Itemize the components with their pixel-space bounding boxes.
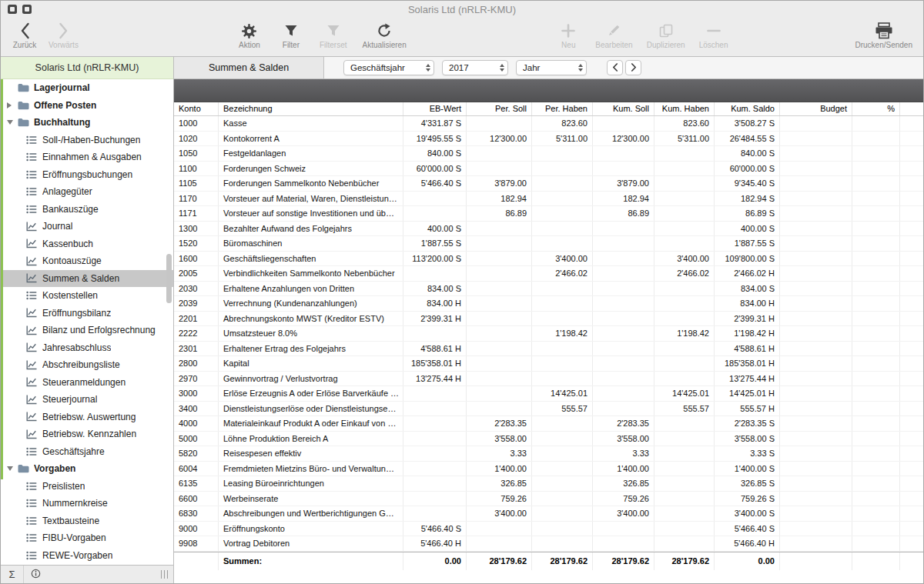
cell-budget xyxy=(780,222,852,236)
table-row[interactable]: 2222Umsatzsteuer 8.0%1'198.421'198.421'1… xyxy=(174,326,923,342)
sidebar-item-lagerjournal[interactable]: Lagerjournal xyxy=(1,79,173,97)
sidebar-item-bilanz-und-erfolgsrechnung[interactable]: Bilanz und Erfolgsrechnung xyxy=(1,322,173,339)
sidebar-item-eroeffnungsbilanz[interactable]: Eröffnungsbilanz xyxy=(1,305,173,322)
column-header-kum-soll[interactable]: Kum. Soll xyxy=(593,102,654,115)
column-header-konto[interactable]: Konto xyxy=(174,102,219,115)
previous-period-button[interactable] xyxy=(607,60,623,75)
table-row[interactable]: 1000Kasse4'331.87 S823.60823.603'508.27 … xyxy=(174,116,923,132)
column-header-budget[interactable]: Budget xyxy=(780,102,852,115)
cell-konto: 1600 xyxy=(174,252,219,266)
sidebar-item-nummernkreise[interactable]: Nummernkreise xyxy=(1,495,173,512)
sidebar-item-buchhaltung[interactable]: Buchhaltung xyxy=(1,114,173,132)
sidebar-item-betriebsw-kennzahlen[interactable]: Betriebsw. Kennzahlen xyxy=(1,425,173,443)
sidebar-scrollbar-thumb[interactable] xyxy=(166,254,172,303)
sidebar-item-rewe-vorgaben[interactable]: REWE-Vorgaben xyxy=(1,547,173,565)
sidebar-item-label: Eröffnungsbilanz xyxy=(42,308,111,319)
sidebar-item-anlagegueter[interactable]: Anlagegüter xyxy=(1,183,173,201)
sidebar-item-jahresabschluss[interactable]: Jahresabschluss xyxy=(1,339,173,357)
tab-summen-salden[interactable]: Summen & Salden xyxy=(174,57,324,78)
table-row[interactable]: 2301Erhaltener Ertrag des Folgejahrs4'58… xyxy=(174,342,923,357)
table-row[interactable]: 6135Leasing Büroeinrichtungen326.85326.8… xyxy=(174,476,923,492)
toolbar: ZurückVorwärts AktionFilterFiltersetAktu… xyxy=(1,18,923,56)
table-row[interactable]: 1105Forderungen Sammelkonto Nebenbücher5… xyxy=(174,176,923,192)
table-row[interactable]: 1170Vorsteuer auf Material, Waren, Diens… xyxy=(174,192,923,207)
sidebar-item-offene-posten[interactable]: Offene Posten xyxy=(1,97,173,115)
column-header-kum-saldo[interactable]: Kum. Saldo xyxy=(715,102,780,115)
table-row[interactable]: 9908Vortrag Debitoren5'466.40 H5'466.40 … xyxy=(174,536,923,552)
next-period-button[interactable] xyxy=(625,60,641,75)
sidebar-item-kostenstellen[interactable]: Kostenstellen xyxy=(1,287,173,305)
sidebar-item-preislisten[interactable]: Preislisten xyxy=(1,478,173,496)
cell-prozent xyxy=(852,416,900,431)
column-header-prozent[interactable]: % xyxy=(852,102,900,115)
table-row[interactable]: 5820Reisespesen effektiv3.333.333.33 S xyxy=(174,446,923,462)
sidebar-item-abschreibungsliste[interactable]: Abschreibungsliste xyxy=(1,356,173,374)
sidebar-item-geschaeftsjahre[interactable]: Geschäftsjahre xyxy=(1,443,173,461)
table-row[interactable]: 2970Gewinnvortrag / Verlustvortrag13'275… xyxy=(174,372,923,387)
sidebar-item-fibu-vorgaben[interactable]: FIBU-Vorgaben xyxy=(1,529,173,547)
column-header-kum-haben[interactable]: Kum. Haben xyxy=(654,102,715,115)
sidebar-item-journal[interactable]: Journal xyxy=(1,218,173,235)
year-popup[interactable]: 2017 xyxy=(442,60,508,75)
table-row[interactable]: 2201Abrechnungskonto MWST (Kreditor ESTV… xyxy=(174,312,923,327)
column-header-bezeichnung[interactable]: Bezeichnung xyxy=(219,102,403,115)
table-row[interactable]: 5000Löhne Produktion Bereich A3'558.003'… xyxy=(174,432,923,447)
list-icon xyxy=(26,135,39,145)
cell-per-haben xyxy=(532,222,593,236)
table-row[interactable]: 2039Verrechnung (Kundenanzahlungen)834.0… xyxy=(174,296,923,312)
table-row[interactable]: 3400Dienstleistungserlöse oder Dienstlei… xyxy=(174,402,923,417)
sidebar-item-eroeffnungsbuchungen[interactable]: Eröffnungsbuchungen xyxy=(1,166,173,184)
table-row[interactable]: 2800Kapital185'358.01 H185'358.01 H xyxy=(174,356,923,372)
sidebar-item-steuerjournal[interactable]: Steuerjournal xyxy=(1,391,173,409)
table-row[interactable]: 1171Vorsteuer auf sonstige Investitionen… xyxy=(174,206,923,222)
print-button[interactable]: Drucken/Senden xyxy=(855,22,913,49)
disclosure-closed-icon[interactable] xyxy=(7,102,18,108)
table-row[interactable]: 1520Büromaschinen1'887.55 S1'887.55 S xyxy=(174,236,923,252)
sidebar-item-textbausteine[interactable]: Textbausteine xyxy=(1,512,173,530)
table-row[interactable]: 2030Erhaltene Anzahlungen von Dritten834… xyxy=(174,282,923,297)
column-header-eb-wert[interactable]: EB-Wert xyxy=(403,102,467,115)
action-button[interactable]: Aktion xyxy=(236,22,263,49)
table-row[interactable]: 1300Bezahlter Aufwand des Folgejahrs400.… xyxy=(174,222,923,237)
cell-bezeichnung: Eröffnungskonto xyxy=(219,522,403,536)
table-row[interactable]: 6830Abschreibungen und Wertberichtigunge… xyxy=(174,506,923,522)
sidebar-item-einnahmen-ausgaben[interactable]: Einnahmen & Ausgaben xyxy=(1,149,173,166)
cell-budget xyxy=(780,132,852,146)
sidebar-item-steueranmeldungen[interactable]: Steueranmeldungen xyxy=(1,374,173,392)
minus-icon xyxy=(707,22,721,40)
fiscal-year-popup[interactable]: Geschäftsjahr xyxy=(343,60,434,75)
sidebar-item-label: FIBU-Vorgaben xyxy=(42,532,106,543)
sidebar-item-kassenbuch[interactable]: Kassenbuch xyxy=(1,235,173,253)
sidebar-item-bankauszuege[interactable]: Bankauszüge xyxy=(1,201,173,219)
table-row[interactable]: 4000Materialeinkauf Produkt A oder Einka… xyxy=(174,416,923,432)
sidebar-item-betriebsw-auswertung[interactable]: Betriebsw. Auswertung xyxy=(1,409,173,426)
table-row[interactable]: 1600Geschäftsliegenschaften113'200.00 S3… xyxy=(174,252,923,267)
table-row[interactable]: 6600Werbeinserate759.26759.26759.26 S xyxy=(174,492,923,507)
back-button[interactable]: Zurück xyxy=(12,22,38,49)
filter-button[interactable]: Filter xyxy=(278,22,304,49)
column-header-per-haben[interactable]: Per. Haben xyxy=(532,102,593,115)
window-button-icon[interactable] xyxy=(8,5,17,14)
column-header-per-soll[interactable]: Per. Soll xyxy=(467,102,532,115)
sidebar-item-soll-haben-buchungen[interactable]: Soll-/Haben-Buchungen xyxy=(1,132,173,149)
refresh-button[interactable]: Aktualisieren xyxy=(362,22,406,49)
sum-button[interactable]: Σ xyxy=(1,566,24,583)
window-button-icon[interactable] xyxy=(22,5,32,14)
table-row[interactable]: 6004Fremdmieten Mietzins Büro- und Verwa… xyxy=(174,462,923,477)
table-row[interactable]: 2005Verbindlichkeiten Sammelkonto Nebenb… xyxy=(174,266,923,282)
period-popup[interactable]: Jahr xyxy=(516,60,587,75)
table-row[interactable]: 9000Eröffnungskonto5'466.40 S5'466.40 S xyxy=(174,522,923,537)
table-row[interactable]: 3000Erlöse Erzeugnis A oder Erlöse Barve… xyxy=(174,386,923,402)
table-row[interactable]: 1050Festgeldanlagen840.00 S840.00 S xyxy=(174,146,923,162)
sidebar-item-label: Nummernkreise xyxy=(42,498,108,509)
disclosure-open-icon[interactable] xyxy=(7,120,18,125)
sidebar-item-vorgaben[interactable]: Vorgaben xyxy=(1,460,173,478)
table-row[interactable]: 1020Kontokorrent A19'495.55 S12'300.005'… xyxy=(174,132,923,147)
cell-kum-soll xyxy=(593,536,654,551)
info-button[interactable] xyxy=(24,566,47,583)
sidebar-item-kontoauszuege[interactable]: Kontoauszüge xyxy=(1,252,173,270)
table-row[interactable]: 1100Forderungen Schweiz60'000.00 S60'000… xyxy=(174,162,923,177)
sidebar-item-summen-salden[interactable]: Summen & Salden xyxy=(1,270,173,288)
disclosure-open-icon[interactable] xyxy=(7,466,18,471)
sidebar-resize-grip[interactable] xyxy=(161,566,173,583)
